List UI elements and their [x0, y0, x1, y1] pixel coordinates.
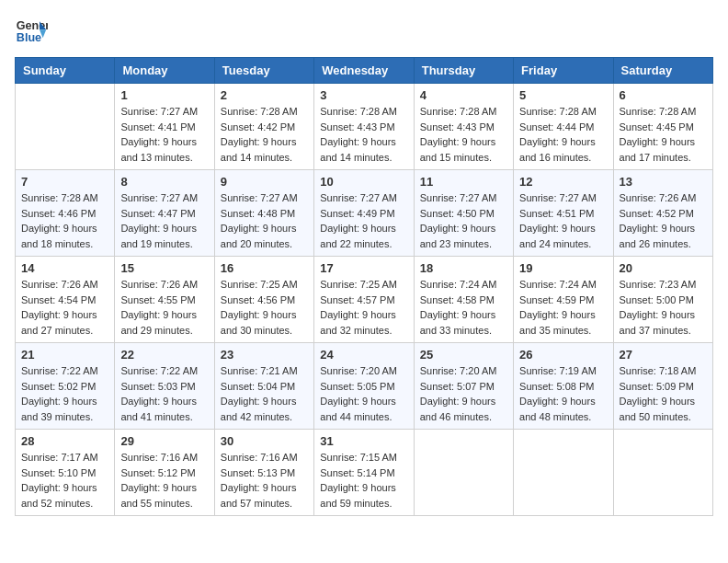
calendar-cell: 27Sunrise: 7:18 AMSunset: 5:09 PMDayligh…: [613, 343, 712, 430]
day-number: 19: [519, 261, 607, 275]
day-info: Sunrise: 7:27 AMSunset: 4:48 PMDaylight:…: [221, 190, 308, 251]
sunrise-text: Sunrise: 7:28 AM: [320, 104, 407, 120]
calendar-week-row: 14Sunrise: 7:26 AMSunset: 4:54 PMDayligh…: [16, 257, 713, 343]
calendar-cell: 9Sunrise: 7:27 AMSunset: 4:48 PMDaylight…: [214, 170, 313, 257]
day-number: 18: [420, 261, 507, 275]
calendar-cell: 8Sunrise: 7:27 AMSunset: 4:47 PMDaylight…: [115, 170, 214, 257]
daylight-text: Daylight: 9 hours and 41 minutes.: [120, 394, 208, 424]
calendar-week-row: 21Sunrise: 7:22 AMSunset: 5:02 PMDayligh…: [16, 343, 713, 430]
day-number: 7: [21, 175, 108, 189]
daylight-text: Daylight: 9 hours and 24 minutes.: [519, 221, 607, 251]
daylight-text: Daylight: 9 hours and 17 minutes.: [620, 134, 707, 165]
calendar-cell: 11Sunrise: 7:27 AMSunset: 4:50 PMDayligh…: [414, 170, 513, 257]
day-info: Sunrise: 7:22 AMSunset: 5:02 PMDaylight:…: [21, 363, 108, 424]
sunrise-text: Sunrise: 7:20 AM: [420, 363, 507, 379]
day-number: 6: [620, 88, 707, 102]
weekday-header-cell: Wednesday: [314, 58, 414, 84]
sunset-text: Sunset: 5:13 PM: [221, 465, 308, 481]
day-number: 8: [120, 175, 208, 189]
day-info: Sunrise: 7:22 AMSunset: 5:03 PMDaylight:…: [120, 363, 208, 424]
daylight-text: Daylight: 9 hours and 15 minutes.: [420, 134, 507, 165]
daylight-text: Daylight: 9 hours and 35 minutes.: [519, 307, 607, 338]
calendar-cell: 24Sunrise: 7:20 AMSunset: 5:05 PMDayligh…: [314, 343, 414, 430]
day-number: 4: [420, 88, 507, 102]
daylight-text: Daylight: 9 hours and 22 minutes.: [320, 221, 407, 251]
sunrise-text: Sunrise: 7:23 AM: [620, 277, 707, 293]
calendar-cell: 23Sunrise: 7:21 AMSunset: 5:04 PMDayligh…: [214, 343, 313, 430]
sunset-text: Sunset: 4:57 PM: [320, 293, 407, 308]
sunrise-text: Sunrise: 7:26 AM: [620, 190, 707, 206]
sunrise-text: Sunrise: 7:24 AM: [519, 277, 607, 293]
day-info: Sunrise: 7:28 AMSunset: 4:45 PMDaylight:…: [620, 104, 707, 165]
sunset-text: Sunset: 4:50 PM: [420, 206, 507, 222]
daylight-text: Daylight: 9 hours and 14 minutes.: [320, 134, 407, 165]
sunrise-text: Sunrise: 7:19 AM: [519, 363, 607, 379]
sunset-text: Sunset: 5:12 PM: [120, 465, 208, 481]
day-number: 26: [519, 348, 607, 362]
day-number: 16: [221, 261, 308, 275]
calendar-body: 1Sunrise: 7:27 AMSunset: 4:41 PMDaylight…: [16, 84, 713, 516]
calendar-cell: 10Sunrise: 7:27 AMSunset: 4:49 PMDayligh…: [314, 170, 414, 257]
day-info: Sunrise: 7:27 AMSunset: 4:41 PMDaylight:…: [120, 104, 208, 165]
calendar-cell: [613, 430, 712, 516]
day-info: Sunrise: 7:28 AMSunset: 4:42 PMDaylight:…: [221, 104, 308, 165]
calendar-cell: [514, 430, 613, 516]
calendar-cell: 13Sunrise: 7:26 AMSunset: 4:52 PMDayligh…: [613, 170, 712, 257]
day-info: Sunrise: 7:28 AMSunset: 4:43 PMDaylight:…: [320, 104, 407, 165]
sunset-text: Sunset: 4:42 PM: [221, 120, 308, 135]
calendar-cell: 26Sunrise: 7:19 AMSunset: 5:08 PMDayligh…: [514, 343, 613, 430]
day-info: Sunrise: 7:28 AMSunset: 4:43 PMDaylight:…: [420, 104, 507, 165]
day-number: 14: [21, 261, 108, 275]
day-info: Sunrise: 7:26 AMSunset: 4:55 PMDaylight:…: [120, 277, 208, 338]
sunset-text: Sunset: 5:08 PM: [519, 379, 607, 395]
sunset-text: Sunset: 5:02 PM: [21, 379, 108, 395]
sunrise-text: Sunrise: 7:21 AM: [221, 363, 308, 379]
day-info: Sunrise: 7:20 AMSunset: 5:07 PMDaylight:…: [420, 363, 507, 424]
daylight-text: Daylight: 9 hours and 32 minutes.: [320, 307, 407, 338]
day-info: Sunrise: 7:24 AMSunset: 4:59 PMDaylight:…: [519, 277, 607, 338]
calendar-cell: 14Sunrise: 7:26 AMSunset: 4:54 PMDayligh…: [16, 257, 115, 343]
calendar-cell: 21Sunrise: 7:22 AMSunset: 5:02 PMDayligh…: [16, 343, 115, 430]
logo-icon: General Blue: [15, 15, 48, 48]
calendar-cell: 18Sunrise: 7:24 AMSunset: 4:58 PMDayligh…: [414, 257, 513, 343]
calendar-cell: [414, 430, 513, 516]
weekday-header-cell: Tuesday: [214, 58, 313, 84]
calendar-cell: 17Sunrise: 7:25 AMSunset: 4:57 PMDayligh…: [314, 257, 414, 343]
sunset-text: Sunset: 5:10 PM: [21, 465, 108, 481]
daylight-text: Daylight: 9 hours and 46 minutes.: [420, 394, 507, 424]
day-number: 11: [420, 175, 507, 189]
day-number: 12: [519, 175, 607, 189]
day-number: 30: [221, 434, 308, 448]
sunrise-text: Sunrise: 7:18 AM: [620, 363, 707, 379]
sunset-text: Sunset: 5:09 PM: [620, 379, 707, 395]
calendar-cell: 1Sunrise: 7:27 AMSunset: 4:41 PMDaylight…: [115, 84, 214, 170]
daylight-text: Daylight: 9 hours and 14 minutes.: [221, 134, 308, 165]
day-info: Sunrise: 7:28 AMSunset: 4:46 PMDaylight:…: [21, 190, 108, 251]
sunset-text: Sunset: 5:04 PM: [221, 379, 308, 395]
sunset-text: Sunset: 5:05 PM: [320, 379, 407, 395]
day-info: Sunrise: 7:16 AMSunset: 5:13 PMDaylight:…: [221, 450, 308, 511]
calendar-cell: 7Sunrise: 7:28 AMSunset: 4:46 PMDaylight…: [16, 170, 115, 257]
sunset-text: Sunset: 4:43 PM: [320, 120, 407, 135]
day-info: Sunrise: 7:15 AMSunset: 5:14 PMDaylight:…: [320, 450, 407, 511]
day-number: 15: [120, 261, 208, 275]
day-info: Sunrise: 7:20 AMSunset: 5:05 PMDaylight:…: [320, 363, 407, 424]
calendar-cell: 16Sunrise: 7:25 AMSunset: 4:56 PMDayligh…: [214, 257, 313, 343]
day-number: 20: [620, 261, 707, 275]
sunrise-text: Sunrise: 7:16 AM: [221, 450, 308, 465]
sunrise-text: Sunrise: 7:15 AM: [320, 450, 407, 465]
daylight-text: Daylight: 9 hours and 30 minutes.: [221, 307, 308, 338]
sunrise-text: Sunrise: 7:28 AM: [21, 190, 108, 206]
day-number: 2: [221, 88, 308, 102]
calendar-cell: 30Sunrise: 7:16 AMSunset: 5:13 PMDayligh…: [214, 430, 313, 516]
sunset-text: Sunset: 4:49 PM: [320, 206, 407, 222]
sunrise-text: Sunrise: 7:28 AM: [620, 104, 707, 120]
sunrise-text: Sunrise: 7:16 AM: [120, 450, 208, 465]
day-number: 23: [221, 348, 308, 362]
calendar-week-row: 1Sunrise: 7:27 AMSunset: 4:41 PMDaylight…: [16, 84, 713, 170]
day-info: Sunrise: 7:16 AMSunset: 5:12 PMDaylight:…: [120, 450, 208, 511]
daylight-text: Daylight: 9 hours and 59 minutes.: [320, 480, 407, 511]
sunset-text: Sunset: 4:41 PM: [120, 120, 208, 135]
daylight-text: Daylight: 9 hours and 16 minutes.: [519, 134, 607, 165]
sunset-text: Sunset: 5:07 PM: [420, 379, 507, 395]
